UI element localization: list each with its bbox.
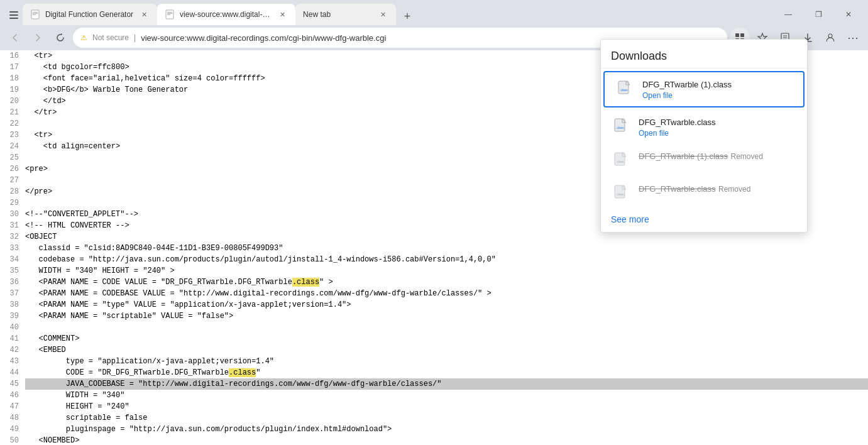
tab-1[interactable]: Digital Function Generator ✕: [23, 4, 157, 25]
svg-text:.class: .class: [616, 192, 624, 196]
tab-2[interactable]: view-source:www.digital-record… ✕: [157, 4, 295, 25]
profile-button[interactable]: [820, 28, 840, 48]
svg-rect-4: [33, 12, 38, 13]
download-info-1: DFG_RTwarble (1).class Open file: [642, 79, 793, 100]
download-item-3: .class DFG_RTwarble (1).class Removed: [601, 144, 807, 177]
svg-text:.class: .class: [616, 126, 624, 129]
table-row: 38 <PARAM NAME = "type" VALUE = "applica…: [0, 299, 868, 310]
download-item-4: .class DFG_RTwarble.class Removed: [601, 177, 807, 209]
download-open-file-1[interactable]: Open file: [642, 91, 793, 100]
table-row: 47 HEIGHT = "240": [0, 401, 868, 412]
svg-rect-1: [9, 14, 18, 16]
svg-rect-9: [167, 13, 172, 14]
refresh-button[interactable]: [50, 28, 70, 48]
download-item-1: .class DFG_RTwarble (1).class Open file: [603, 71, 805, 107]
tab-2-title: view-source:www.digital-record…: [180, 10, 272, 19]
menu-button[interactable]: ⋯: [843, 28, 863, 48]
forward-button[interactable]: [28, 28, 48, 48]
table-row: 45 JAVA_CODEBASE = "http://www.digital-r…: [0, 378, 868, 390]
back-button[interactable]: [5, 28, 25, 48]
download-name-2: DFG_RTwarble.class: [639, 118, 716, 127]
see-more-button[interactable]: See more: [601, 209, 807, 232]
new-tab-button[interactable]: +: [398, 8, 416, 25]
tab-3-title: New tab: [303, 10, 372, 19]
download-info-3: DFG_RTwarble (1).class Removed: [639, 150, 797, 162]
tab-1-title: Digital Function Generator: [45, 10, 133, 19]
maximize-button[interactable]: ❐: [804, 4, 833, 25]
svg-rect-12: [740, 33, 744, 37]
table-row: 36 <PARAM NAME = CODE VALUE = "DR_DFG_RT…: [0, 277, 868, 288]
svg-point-19: [828, 34, 832, 38]
table-row: 50 <NOEMBED>: [0, 435, 868, 445]
svg-rect-22: [615, 119, 625, 131]
download-open-file-2[interactable]: Open file: [639, 129, 797, 138]
svg-rect-5: [33, 13, 38, 14]
table-row: 49 pluginspage = "http://java.sun.com/pr…: [0, 424, 868, 435]
tab-3-close[interactable]: ✕: [377, 9, 388, 20]
table-row: 41 <COMMENT>: [0, 333, 868, 344]
table-row: 46 WIDTH = "340": [0, 390, 868, 401]
download-file-icon-2: .class: [611, 116, 631, 136]
svg-rect-20: [618, 81, 629, 94]
table-row: 40: [0, 322, 868, 333]
tab-1-favicon: [30, 9, 40, 19]
table-row: 42 <EMBED: [0, 344, 868, 356]
svg-rect-11: [735, 33, 739, 37]
svg-text:.class: .class: [620, 88, 628, 92]
download-file-icon-3: .class: [611, 150, 631, 170]
download-info-4: DFG_RTwarble.class Removed: [639, 183, 797, 194]
downloads-header: Downloads: [601, 40, 807, 69]
download-removed-label-4: Removed: [718, 185, 750, 194]
window-controls: — ❐ ✕: [774, 4, 863, 25]
table-row: 48 scriptable = false: [0, 412, 868, 424]
table-row: 34 codebase = "http://java.sun.com/produ…: [0, 254, 868, 265]
svg-rect-10: [167, 14, 170, 15]
download-name-4: DFG_RTwarble.class: [639, 184, 716, 194]
table-row: 32 <OBJECT: [0, 231, 868, 243]
download-removed-label-3: Removed: [731, 152, 763, 161]
table-row: 39 <PARAM NAME = "scriptable" VALUE = "f…: [0, 310, 868, 322]
tab-3[interactable]: New tab ✕: [295, 4, 396, 25]
tab-bar: Digital Function Generator ✕ view-source…: [0, 0, 868, 25]
svg-rect-8: [167, 12, 172, 13]
svg-rect-26: [615, 185, 625, 198]
tab-1-close[interactable]: ✕: [138, 9, 150, 20]
svg-rect-6: [33, 14, 36, 15]
tab-2-close[interactable]: ✕: [277, 9, 288, 20]
table-row: 37 <PARAM NAME = CODEBASE VALUE = "http:…: [0, 288, 868, 299]
download-file-icon-4: .class: [611, 183, 631, 203]
security-icon: ⚠: [80, 33, 87, 42]
minimize-button[interactable]: —: [774, 4, 803, 25]
sidebar-toggle-btn[interactable]: [5, 5, 23, 25]
downloads-panel: Downloads .class DFG_RTwarble (1).class …: [600, 39, 808, 233]
table-row: 44 CODE = "DR_DFG_RTwarble.DFG_RTwarble.…: [0, 367, 868, 378]
svg-text:.class: .class: [616, 160, 624, 163]
download-item-2: .class DFG_RTwarble.class Open file: [601, 110, 807, 144]
close-button[interactable]: ✕: [834, 4, 863, 25]
download-name-3: DFG_RTwarble (1).class: [639, 151, 728, 161]
svg-rect-2: [9, 18, 18, 19]
table-row: 35 WIDTH = "340" HEIGHT = "240" >: [0, 265, 868, 277]
svg-rect-0: [9, 11, 18, 13]
table-row: 33 classid = "clsid:8AD9C840-044E-11D1-B…: [0, 243, 868, 254]
svg-rect-24: [615, 153, 625, 165]
security-label: Not secure: [92, 33, 129, 42]
download-name-1: DFG_RTwarble (1).class: [642, 80, 732, 89]
download-file-icon-1: .class: [615, 79, 635, 99]
download-info-2: DFG_RTwarble.class Open file: [639, 116, 797, 138]
tab-2-favicon: [165, 9, 175, 19]
table-row: 43 type = "application/x-java-applet;ver…: [0, 356, 868, 367]
